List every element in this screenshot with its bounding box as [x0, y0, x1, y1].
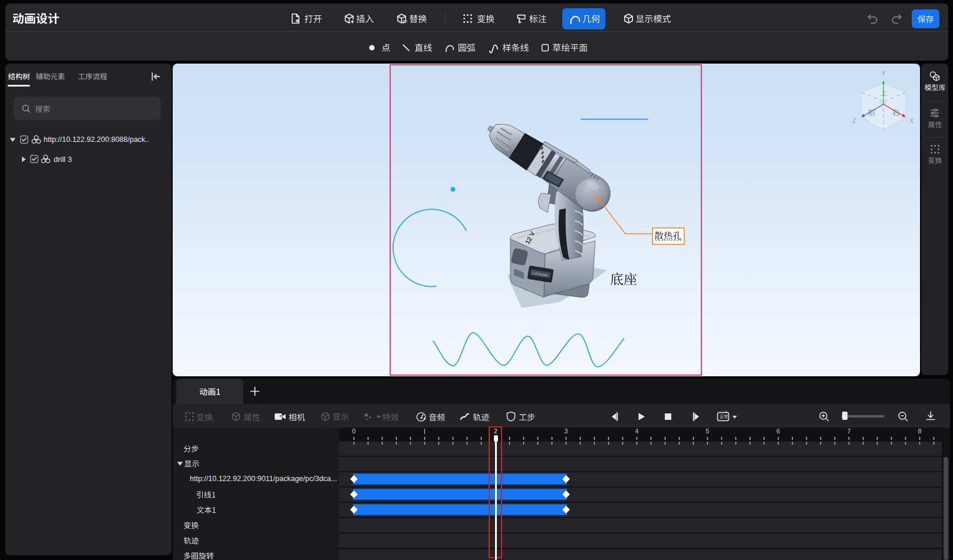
svg-text:Z: Z — [852, 117, 856, 124]
svg-text:Y: Y — [882, 69, 886, 77]
svg-text:X: X — [909, 117, 914, 124]
